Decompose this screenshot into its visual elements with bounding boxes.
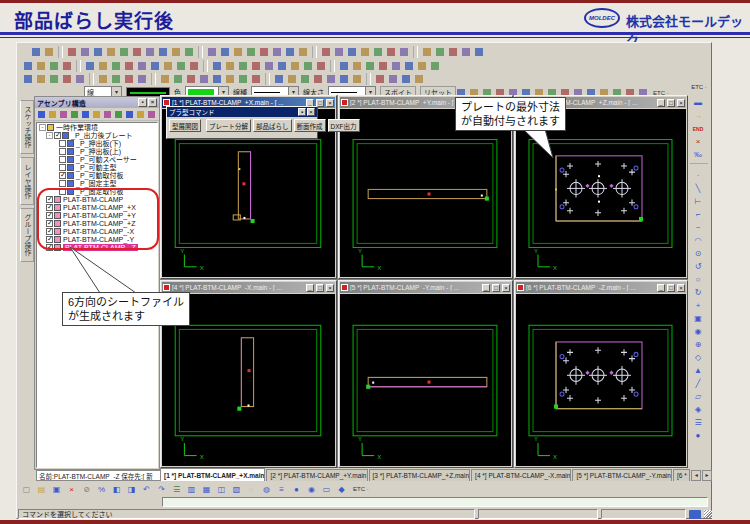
toolbar-icon[interactable] — [91, 109, 101, 119]
toolbar-icon[interactable] — [377, 60, 389, 72]
toolbar-icon[interactable] — [22, 73, 34, 85]
measure-icon[interactable]: ▭ — [320, 483, 333, 495]
dot-icon[interactable]: ● — [688, 429, 708, 442]
toolbar-icon[interactable] — [183, 46, 195, 58]
toolbar-icon[interactable] — [136, 60, 148, 72]
toolbar-icon[interactable] — [447, 46, 459, 58]
toolbar-icon[interactable] — [157, 46, 169, 58]
target-icon[interactable]: ◉ — [688, 325, 708, 338]
triangle-icon[interactable]: ▲ — [688, 364, 708, 377]
percent-icon[interactable]: ‰ — [688, 148, 708, 161]
toolbar-icon[interactable] — [245, 46, 257, 58]
viewport-window-5[interactable]: [5 *] PLAT-BTM-CLAMP_-Y.main - [ ... _ □… — [338, 280, 513, 468]
mold-command-titlebar[interactable]: プラ型コマンド ▪ × — [167, 107, 317, 117]
toolbar-icon[interactable] — [434, 46, 446, 58]
toolbar-icon[interactable] — [110, 60, 122, 72]
toolbar-icon[interactable] — [35, 73, 47, 85]
rotate-ccw-icon[interactable]: ↺ — [688, 260, 708, 273]
toolbar-icon[interactable] — [84, 60, 96, 72]
parallelogram-icon[interactable]: ▱ — [688, 390, 708, 403]
toolbar-icon[interactable] — [302, 60, 314, 72]
panel-pin-button[interactable]: ▪ — [138, 98, 147, 107]
toolbar-icon[interactable] — [211, 60, 223, 72]
toolbar-icon[interactable] — [48, 73, 60, 85]
plate-decompose-button[interactable]: プレート分解 — [206, 119, 251, 132]
gem-icon[interactable]: ◈ — [688, 403, 708, 416]
tree-checkbox[interactable] — [59, 156, 66, 163]
toolbar-icon[interactable] — [320, 46, 332, 58]
toolbar-icon[interactable] — [118, 46, 130, 58]
minimize-button[interactable]: _ — [482, 284, 490, 292]
toolbar-icon[interactable] — [374, 73, 386, 85]
toolbar-icon[interactable] — [413, 73, 425, 85]
polyline-icon[interactable]: ⊢ — [688, 195, 708, 208]
toolbar-icon[interactable] — [390, 60, 402, 72]
maximize-button[interactable]: □ — [667, 284, 675, 292]
toolbar-icon[interactable] — [30, 46, 42, 58]
circle-center-icon[interactable]: ⊙ — [688, 247, 708, 260]
close-button[interactable]: × — [307, 108, 315, 116]
toolbar-icon[interactable] — [403, 60, 415, 72]
toolbar-icon[interactable] — [162, 60, 174, 72]
toolbar-icon[interactable] — [338, 73, 350, 85]
toolbar-icon[interactable] — [237, 60, 249, 72]
toolbar-icon[interactable] — [263, 60, 275, 72]
toolbar-icon[interactable] — [175, 60, 187, 72]
paste-icon[interactable]: ◨ — [125, 483, 138, 495]
table-icon[interactable]: ▦ — [200, 483, 213, 495]
layers-icon[interactable]: ≡ — [275, 483, 288, 495]
toolbar-icon[interactable] — [284, 46, 296, 58]
minimize-button[interactable]: _ — [657, 284, 665, 292]
minimize-button[interactable]: _ — [306, 284, 314, 292]
rotate-cw-icon[interactable]: ↻ — [688, 286, 708, 299]
toolbar-icon[interactable] — [66, 46, 78, 58]
tree-checkbox[interactable] — [59, 148, 66, 155]
undo-icon[interactable]: ↶ — [140, 483, 153, 495]
toolbar-icon[interactable] — [219, 46, 231, 58]
cut-icon[interactable]: ⊘ — [80, 483, 93, 495]
grid-icon[interactable]: ▥ — [185, 483, 198, 495]
new-doc-icon[interactable]: ▢ — [20, 483, 33, 495]
arc-icon[interactable]: ◠ — [688, 234, 708, 247]
toolbar-icon[interactable] — [351, 73, 363, 85]
toolbar-icon[interactable] — [149, 60, 161, 72]
bottom-etc-label[interactable]: ETC · — [353, 486, 369, 492]
toolbar-icon[interactable] — [421, 46, 433, 58]
toolbar-icon[interactable] — [79, 46, 91, 58]
toolbar-icon[interactable] — [136, 73, 148, 85]
viewport-5-titlebar[interactable]: [5 *] PLAT-BTM-CLAMP_-Y.main - [ ... _ □… — [340, 282, 511, 293]
toolbar-icon[interactable] — [97, 73, 109, 85]
toolbar-icon[interactable] — [135, 109, 145, 119]
ime-icon[interactable] — [689, 510, 701, 519]
close-button[interactable]: × — [677, 284, 685, 292]
toolbar-icon[interactable] — [224, 73, 236, 85]
copy-icon[interactable]: ◧ — [110, 483, 123, 495]
doc-tab-4[interactable]: [4 *] PLAT-BTM-CLAMP_-X.main — [471, 469, 571, 481]
toolbar-icon[interactable] — [359, 46, 371, 58]
toolbar-icon[interactable] — [211, 73, 223, 85]
doc-tab-5[interactable]: [5 *] PLAT-BTM-CLAMP_-Y.main — [572, 469, 672, 481]
toolbar-icon[interactable] — [185, 73, 197, 85]
toolbar-icon[interactable] — [123, 73, 135, 85]
list-icon[interactable]: ☰ — [170, 483, 183, 495]
close-button[interactable]: × — [326, 284, 334, 292]
sidebar-tab-group[interactable]: グループ操作 — [20, 208, 34, 262]
section-create-button[interactable]: 断面作成 — [294, 119, 326, 132]
toolbar-icon[interactable] — [61, 60, 73, 72]
toolbar-icon[interactable] — [159, 73, 171, 85]
panel-close-button[interactable]: × — [148, 98, 157, 107]
parts-barashi-button[interactable]: 部品ばらし — [253, 119, 292, 132]
pin-button[interactable]: ▪ — [298, 108, 306, 116]
sidebar-tab-layer[interactable]: レイヤ操作 — [20, 157, 34, 205]
bulb-on-icon[interactable]: ◍ — [260, 483, 273, 495]
end-icon[interactable]: END — [688, 122, 708, 135]
toolbar-icon[interactable] — [271, 46, 283, 58]
curve-icon[interactable]: ~ — [688, 221, 708, 234]
diamond-icon[interactable]: ◇ — [688, 351, 708, 364]
toolbar-icon[interactable] — [346, 46, 358, 58]
doc-tab-1[interactable]: [1 *] PLAT-BTM-CLAMP_+X.main — [160, 468, 265, 481]
fillet-icon[interactable]: ⌐ — [688, 208, 708, 221]
toolbar-icon[interactable] — [36, 109, 46, 119]
toolbar-icon[interactable] — [110, 73, 122, 85]
plus-icon[interactable]: + — [688, 299, 708, 312]
